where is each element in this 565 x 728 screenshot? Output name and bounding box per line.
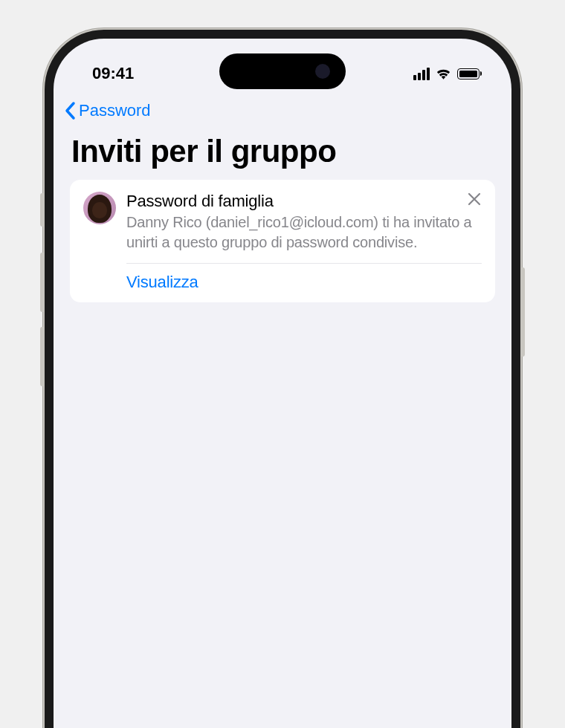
view-button[interactable]: Visualizza bbox=[126, 264, 482, 292]
avatar bbox=[83, 192, 116, 224]
phone-side-button bbox=[40, 193, 45, 227]
invite-card: Password di famiglia Danny Rico (daniel_… bbox=[70, 180, 495, 302]
invite-description: Danny Rico (daniel_rico1@icloud.com) ti … bbox=[126, 212, 482, 264]
cellular-signal-icon bbox=[413, 68, 430, 80]
phone-volume-up-button bbox=[40, 253, 45, 312]
close-icon bbox=[468, 192, 481, 209]
nav-bar: Password bbox=[54, 91, 511, 128]
invite-content: Password di famiglia Danny Rico (daniel_… bbox=[126, 192, 482, 292]
dynamic-island bbox=[219, 53, 346, 89]
status-icons bbox=[413, 67, 482, 80]
battery-icon bbox=[457, 68, 482, 79]
phone-power-button bbox=[520, 267, 525, 357]
chevron-left-icon bbox=[64, 101, 77, 120]
back-button[interactable]: Password bbox=[64, 101, 151, 120]
phone-frame: 09:41 bbox=[45, 30, 520, 728]
page-title: Inviti per il gruppo bbox=[54, 128, 511, 180]
status-time: 09:41 bbox=[92, 64, 134, 83]
close-button[interactable] bbox=[465, 192, 483, 209]
back-label: Password bbox=[79, 101, 151, 120]
invite-group-name: Password di famiglia bbox=[126, 192, 482, 211]
wifi-icon bbox=[435, 67, 452, 80]
phone-volume-down-button bbox=[40, 327, 45, 386]
screen: 09:41 bbox=[54, 39, 511, 728]
